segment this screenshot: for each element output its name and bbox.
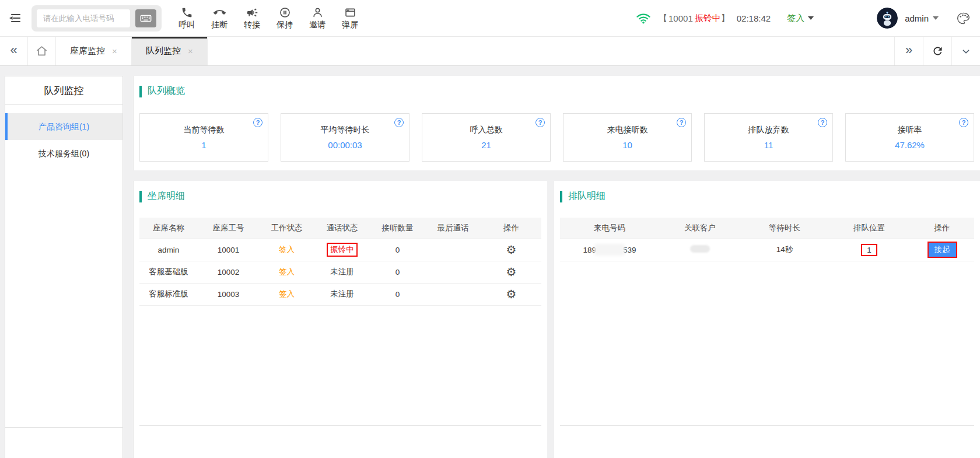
redaction-blur	[594, 244, 625, 256]
username: admin	[905, 13, 929, 23]
keyboard-icon	[139, 12, 152, 25]
help-icon[interactable]: ?	[959, 118, 968, 127]
theme-palette-icon[interactable]	[956, 12, 971, 25]
page-content: 队列监控 产品咨询组(1) 技术服务组(0) 队列概览 ? 当前等待数 1	[0, 66, 980, 458]
close-icon[interactable]: ×	[112, 46, 117, 56]
popup-screen-icon	[344, 6, 356, 19]
scroll-tabs-right-button[interactable]: »	[894, 37, 923, 65]
kpi-card-inbound-total: ? 呼入总数 21	[422, 113, 551, 162]
refresh-tab-button[interactable]	[923, 37, 951, 65]
sidebar-title: 队列监控	[5, 76, 123, 105]
agent-id: 10003	[198, 283, 259, 305]
work-state-link[interactable]: 签入	[279, 267, 295, 276]
kpi-value: 00:00:03	[328, 140, 362, 150]
col-agent-id: 座席工号	[198, 218, 259, 239]
last-call	[425, 239, 481, 261]
kpi-card-avg-wait-time: ? 平均等待时长 00:00:03	[281, 113, 410, 162]
kpi-card-answered: ? 来电接听数 10	[563, 113, 692, 162]
kpi-cards: ? 当前等待数 1 ? 平均等待时长 00:00:03 ? 呼入总数 21 ? …	[134, 97, 980, 162]
caller-number-suffix: 539	[623, 246, 636, 254]
col-last-call: 最后通话	[425, 218, 481, 239]
network-wifi-icon	[636, 13, 650, 24]
sidebar-item-tech-group[interactable]: 技术服务组(0)	[5, 140, 123, 167]
kpi-label: 接听率	[898, 125, 922, 135]
queue-detail-panel: 排队明细 来电号码 关联客户 等待时长 排队位置 操作	[554, 181, 980, 458]
highlight-box: 接起	[928, 242, 957, 258]
agent-id: 10001	[198, 239, 259, 261]
agent-name: 客服标准版	[139, 283, 198, 305]
user-menu[interactable]: admin	[905, 13, 939, 23]
help-icon[interactable]: ?	[253, 118, 262, 127]
redaction-blur	[690, 245, 710, 253]
kpi-label: 平均等待时长	[321, 125, 370, 135]
chevron-down-icon	[933, 16, 939, 20]
hold-button[interactable]: 保持	[271, 6, 298, 30]
avatar[interactable]	[877, 8, 898, 29]
checkin-label: 签入	[787, 13, 804, 24]
gear-icon[interactable]: ⚙	[506, 288, 517, 300]
col-wait-time: 等待时长	[741, 218, 828, 239]
invite-button[interactable]: 邀请	[304, 6, 331, 30]
call-state-ringing: 振铃中	[330, 245, 354, 254]
scroll-tabs-left-button[interactable]: «	[0, 37, 28, 65]
gear-icon[interactable]: ⚙	[506, 243, 517, 256]
call-duration-timer: 02:18:42	[737, 13, 771, 23]
transfer-button[interactable]: 转接	[239, 6, 265, 30]
checkin-dropdown[interactable]: 签入	[787, 13, 814, 24]
sidebar-item-label: 产品咨询组(1)	[38, 122, 89, 131]
main-area: 队列概览 ? 当前等待数 1 ? 平均等待时长 00:00:03 ? 呼入总数 …	[133, 76, 980, 458]
tab-label: 座席监控	[70, 46, 105, 57]
gear-icon[interactable]: ⚙	[506, 265, 517, 278]
col-linked-customer: 关联客户	[659, 218, 741, 239]
answer-call-button[interactable]: 接起	[929, 243, 956, 257]
hold-pause-icon	[279, 6, 291, 19]
kpi-value: 47.62%	[895, 140, 925, 150]
hold-button-label: 保持	[276, 20, 293, 30]
tab-queue-monitor[interactable]: 队列监控 ×	[132, 37, 208, 65]
highlight-box: 振铃中	[327, 243, 358, 257]
status-bracket-open: 【	[659, 13, 667, 24]
help-icon[interactable]: ?	[394, 118, 404, 127]
help-icon[interactable]: ?	[677, 118, 686, 127]
hangup-button[interactable]: 挂断	[206, 6, 233, 30]
kpi-value: 21	[481, 140, 491, 150]
agent-table-container: 座席名称 座席工号 工作状态 通话状态 接听数量 最后通话 操作 admin 1…	[139, 218, 541, 426]
transfer-megaphone-icon	[246, 6, 258, 19]
section-accent-bar	[139, 191, 142, 202]
dialpad-keyboard-button[interactable]	[135, 9, 156, 27]
close-icon[interactable]: ×	[188, 46, 193, 56]
collapse-panel-icon[interactable]	[6, 9, 23, 27]
caller-number: 189 539	[583, 244, 636, 256]
help-icon[interactable]: ?	[536, 118, 545, 127]
phone-number-input[interactable]	[37, 9, 130, 27]
section-accent-bar	[560, 191, 562, 202]
agent-name: admin	[139, 239, 198, 261]
highlight-box: 1	[861, 244, 877, 256]
popup-screen-button[interactable]: 弹屏	[337, 6, 363, 30]
table-row: 客服基础版 10002 签入 未注册 0 ⚙	[139, 261, 541, 283]
call-button[interactable]: 呼叫	[173, 6, 200, 30]
agent-call-state: 振铃中	[695, 13, 721, 24]
last-call	[425, 261, 481, 283]
kpi-label: 来电接听数	[607, 125, 648, 135]
work-state-link[interactable]: 签入	[279, 289, 295, 298]
kpi-card-abandoned: ? 排队放弃数 11	[704, 113, 833, 162]
sidebar-item-product-group[interactable]: 产品咨询组(1)	[5, 113, 123, 140]
col-queue-position: 排队位置	[828, 218, 910, 239]
home-tab-button[interactable]	[28, 37, 56, 65]
kpi-card-answer-rate: ? 接听率 47.62%	[845, 113, 974, 162]
last-call	[425, 283, 481, 305]
double-chevron-left-icon: «	[10, 44, 17, 59]
table-row: admin 10001 签入 振铃中 0 ⚙	[139, 239, 541, 261]
call-state: 未注册	[314, 261, 370, 283]
dial-input-group	[32, 5, 162, 32]
kpi-card-current-waiting: ? 当前等待数 1	[139, 113, 268, 162]
col-actions: 操作	[481, 218, 541, 239]
work-state-link[interactable]: 签入	[279, 245, 295, 254]
panel-gap	[133, 170, 980, 181]
help-icon[interactable]: ?	[818, 118, 827, 127]
tab-agent-monitor[interactable]: 座席监控 ×	[56, 37, 132, 65]
kpi-value: 10	[622, 140, 632, 150]
status-bracket-close: 】	[721, 13, 730, 24]
tab-list-dropdown-button[interactable]	[951, 37, 980, 65]
